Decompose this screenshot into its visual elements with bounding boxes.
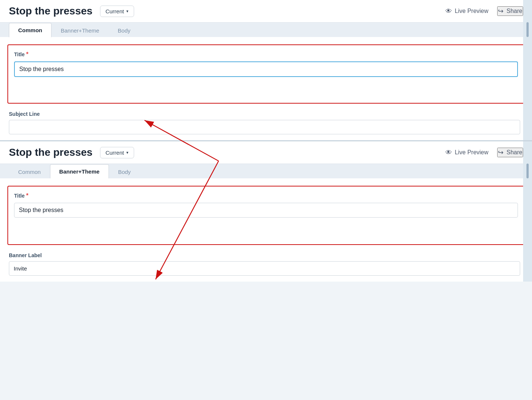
top-share-button[interactable]: ↪ Share [497, 6, 523, 16]
bottom-share-label: Share [506, 149, 522, 156]
tab-body-top[interactable]: Body [109, 23, 140, 37]
top-subject-input[interactable] [9, 120, 520, 134]
top-tabs-bar: Common Banner+Theme Body [0, 23, 532, 37]
bottom-panel-title: Stop the presses [9, 147, 93, 158]
top-title-section: Title * [7, 44, 525, 104]
bottom-header-actions: 👁 Live Preview ↪ Share [445, 148, 523, 157]
bottom-live-preview-button[interactable]: 👁 Live Preview [445, 149, 489, 157]
bottom-chevron-icon: ▾ [126, 150, 129, 155]
bottom-title-required: * [26, 192, 29, 199]
version-label: Current [106, 8, 124, 14]
bottom-title-input[interactable] [14, 203, 518, 218]
top-title-required: * [26, 51, 29, 58]
bottom-version-dropdown[interactable]: Current ▾ [100, 147, 134, 158]
page-wrapper: Stop the presses Current ▾ 👁 Live Previe… [0, 0, 532, 400]
bottom-banner-label-input[interactable] [9, 261, 520, 276]
bottom-banner-label-section: Banner Label [7, 252, 525, 276]
eye-icon: 👁 [445, 7, 452, 15]
top-panel-title: Stop the presses [9, 5, 93, 17]
bottom-scroll-indicator [526, 164, 529, 178]
bottom-right-strip [523, 141, 532, 282]
top-title-label: Title * [14, 51, 518, 58]
live-preview-label: Live Preview [455, 8, 489, 14]
tab-body-bottom[interactable]: Body [109, 165, 140, 179]
top-subject-label: Subject Line [9, 111, 523, 117]
scroll-indicator [526, 22, 529, 37]
share-label: Share [506, 8, 522, 14]
tab-common-bottom[interactable]: Common [9, 165, 50, 179]
tab-common-top[interactable]: Common [9, 23, 51, 37]
bottom-panel-header: Stop the presses Current ▾ 👁 Live Previe… [0, 141, 532, 164]
top-title-input[interactable] [14, 61, 518, 77]
top-live-preview-button[interactable]: 👁 Live Preview [445, 7, 489, 15]
bottom-eye-icon: 👁 [445, 149, 452, 157]
top-panel-content: Title * Subject Line [0, 37, 532, 140]
bottom-panel: Stop the presses Current ▾ 👁 Live Previe… [0, 141, 532, 282]
top-panel-header: Stop the presses Current ▾ 👁 Live Previe… [0, 0, 532, 23]
tab-banner-theme-top[interactable]: Banner+Theme [51, 23, 109, 37]
bottom-title-section: Title * [7, 186, 525, 245]
bottom-version-label: Current [106, 149, 124, 156]
tab-banner-theme-bottom[interactable]: Banner+Theme [50, 164, 109, 179]
bottom-panel-content: Title * Banner Label [0, 178, 532, 282]
bottom-share-button[interactable]: ↪ Share [497, 148, 523, 157]
bottom-share-icon: ↪ [498, 148, 503, 157]
top-panel: Stop the presses Current ▾ 👁 Live Previe… [0, 0, 532, 141]
bottom-title-label: Title * [14, 192, 518, 199]
share-icon: ↪ [498, 7, 503, 15]
bottom-banner-label-heading: Banner Label [9, 252, 523, 258]
bottom-live-preview-label: Live Preview [455, 149, 489, 156]
chevron-down-icon: ▾ [126, 9, 129, 14]
top-right-strip [523, 0, 532, 140]
bottom-tabs-bar: Common Banner+Theme Body [0, 164, 532, 178]
top-subject-section: Subject Line [7, 111, 525, 134]
top-header-actions: 👁 Live Preview ↪ Share [445, 6, 523, 16]
top-version-dropdown[interactable]: Current ▾ [100, 6, 134, 17]
